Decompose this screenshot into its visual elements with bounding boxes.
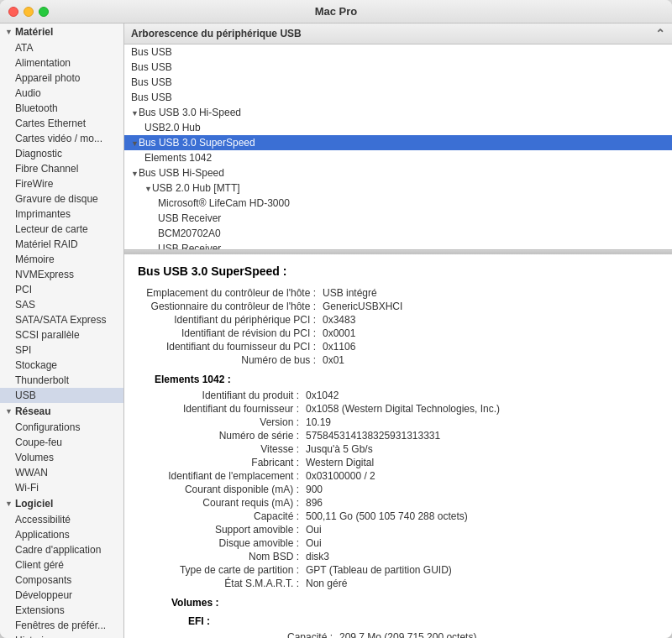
sidebar-item-audio[interactable]: Audio — [0, 86, 123, 101]
detail-row: État S.M.A.R.T. :Non géré — [138, 577, 659, 590]
minimize-button[interactable] — [24, 7, 34, 17]
sidebar-item-cadre-dapplication[interactable]: Cadre d'application — [0, 542, 123, 557]
tree-item[interactable]: Bus USB — [124, 90, 672, 105]
sidebar-section-réseau[interactable]: ▼Réseau — [0, 403, 123, 420]
sidebar-item-wwan[interactable]: WWAN — [0, 465, 123, 480]
detail-field-value: 0x1106 — [323, 341, 355, 353]
detail-field-label: Disque amovible : — [138, 537, 306, 549]
tree-item-label: Bus USB 3.0 Hi-Speed — [139, 107, 241, 118]
detail-field-label: Capacité : — [138, 510, 306, 522]
tree-header-label: Arborescence du périphérique USB — [131, 28, 302, 39]
detail-field-label: Courant disponible (mA) : — [138, 484, 306, 495]
tree-item-arrow-icon: ▼ — [131, 109, 139, 118]
sidebar-item-matriel-raid[interactable]: Matériel RAID — [0, 237, 123, 252]
window-title: Mac Pro — [315, 5, 358, 18]
sidebar-item-sas[interactable]: SAS — [0, 297, 123, 312]
detail-field-value: 0x3483 — [323, 314, 355, 326]
close-button[interactable] — [8, 7, 18, 17]
tree-item[interactable]: USB2.0 Hub — [124, 120, 672, 135]
detail-field-value: Non géré — [306, 578, 347, 589]
sidebar-item-fentres-de-prfr---[interactable]: Fenêtres de préfér... — [0, 618, 123, 633]
sidebar-item-scsi-parallle[interactable]: SCSI parallèle — [0, 327, 123, 343]
sidebar-item-accessibilit[interactable]: Accessibilité — [0, 512, 123, 527]
sidebar-item-stockage[interactable]: Stockage — [0, 358, 123, 373]
tree-item[interactable]: USB Receiver — [124, 241, 672, 250]
tree-item-label: Bus USB Hi-Speed — [139, 167, 224, 179]
sidebar-item-ata[interactable]: ATA — [0, 40, 123, 55]
tree-item-label: USB2.0 Hub — [144, 122, 201, 133]
sidebar-item-client-gr[interactable]: Client géré — [0, 557, 123, 573]
sidebar-item-dveloppeur[interactable]: Développeur — [0, 588, 123, 603]
section-arrow-icon: ▼ — [5, 28, 13, 36]
detail-subsection-title: EFI : — [138, 615, 659, 627]
sidebar-item-cartes-vido---mo---[interactable]: Cartes vidéo / mo... — [0, 131, 123, 146]
detail-field-label: Identifiant du périphérique PCI : — [138, 314, 323, 326]
tree-item-arrow-icon: ▼ — [144, 185, 152, 193]
detail-field-value: Western Digital — [306, 457, 374, 468]
sidebar-section-matériel[interactable]: ▼Matériel — [0, 24, 123, 40]
sidebar: ▼MatérielATAAlimentationAppareil photoAu… — [0, 24, 124, 638]
sidebar-item-alimentation[interactable]: Alimentation — [0, 55, 123, 71]
detail-field-value: 0x0001 — [323, 327, 355, 339]
sidebar-item-firewire[interactable]: FireWire — [0, 176, 123, 191]
sidebar-item-pci[interactable]: PCI — [0, 282, 123, 297]
tree-item-label: Bus USB — [131, 46, 172, 58]
tree-item[interactable]: ▼ Bus USB 3.0 Hi-Speed — [124, 105, 672, 120]
tree-item[interactable]: USB Receiver — [124, 211, 672, 226]
detail-row: Numéro de bus :0x01 — [138, 353, 659, 367]
sidebar-item-coupe-feu[interactable]: Coupe-feu — [0, 435, 123, 450]
sidebar-item-diagnostic[interactable]: Diagnostic — [0, 146, 123, 161]
main-panel: Arborescence du périphérique USB ⌃ Bus U… — [124, 24, 672, 638]
detail-field-label: État S.M.A.R.T. : — [138, 578, 306, 589]
tree-item[interactable]: Microsoft® LifeCam HD-3000 — [124, 196, 672, 211]
tree-item[interactable]: ▼ USB 2.0 Hub [MTT] — [124, 180, 672, 196]
sidebar-item-volumes[interactable]: Volumes — [0, 450, 123, 465]
detail-field-value: GenericUSBXHCI — [323, 301, 402, 312]
detail-row: Disque amovible :Oui — [138, 536, 659, 550]
maximize-button[interactable] — [39, 7, 49, 17]
tree-item[interactable]: BCM20702A0 — [124, 226, 672, 241]
detail-field-value: 575845314138325931313331 — [306, 430, 440, 442]
detail-row: Gestionnaire du contrôleur de l'hôte :Ge… — [138, 300, 659, 313]
detail-field-label: Type de carte de partition : — [138, 564, 306, 576]
sidebar-item-nvmexpress[interactable]: NVMExpress — [0, 267, 123, 282]
tree-item[interactable]: Bus USB — [124, 44, 672, 60]
sidebar-item-gravure-de-disque[interactable]: Gravure de disque — [0, 191, 123, 207]
tree-item[interactable]: ▼ Bus USB 3.0 SuperSpeed — [124, 135, 672, 150]
section-label: Réseau — [15, 405, 51, 417]
sidebar-item-appareil-photo[interactable]: Appareil photo — [0, 71, 123, 86]
sidebar-item-applications[interactable]: Applications — [0, 527, 123, 542]
sidebar-item-imprimantes[interactable]: Imprimantes — [0, 207, 123, 222]
sidebar-section-logiciel[interactable]: ▼Logiciel — [0, 495, 123, 512]
tree-pane: Arborescence du périphérique USB ⌃ Bus U… — [124, 24, 672, 250]
traffic-lights — [8, 7, 49, 17]
sidebar-item-configurations[interactable]: Configurations — [0, 420, 123, 435]
sidebar-item-mmoire[interactable]: Mémoire — [0, 252, 123, 267]
tree-item[interactable]: Bus USB — [124, 60, 672, 75]
sidebar-item-wi-fi[interactable]: Wi-Fi — [0, 480, 123, 495]
detail-row: Capacité :500,11 Go (500 105 740 288 oct… — [138, 510, 659, 523]
tree-expand-icon[interactable]: ⌃ — [655, 27, 665, 40]
sidebar-item-fibre-channel[interactable]: Fibre Channel — [0, 161, 123, 176]
detail-field-label: Vitesse : — [138, 443, 306, 455]
tree-item[interactable]: ▼ Bus USB Hi-Speed — [124, 165, 672, 180]
detail-field-value: disk3 — [306, 551, 329, 562]
sidebar-item-sata-sata-express[interactable]: SATA/SATA Express — [0, 312, 123, 327]
detail-field-label: Courant requis (mA) : — [138, 497, 306, 509]
sidebar-item-bluetooth[interactable]: Bluetooth — [0, 101, 123, 116]
sidebar-item-historiques[interactable]: Historiques — [0, 633, 123, 638]
detail-field-label: Gestionnaire du contrôleur de l'hôte : — [138, 301, 323, 312]
detail-field-value: 0x1058 (Western Digital Technologies, In… — [306, 403, 500, 415]
tree-item[interactable]: Bus USB — [124, 75, 672, 90]
detail-field-value: 0x03100000 / 2 — [306, 470, 375, 482]
sidebar-item-extensions[interactable]: Extensions — [0, 603, 123, 618]
sidebar-item-usb[interactable]: USB — [0, 388, 123, 403]
sidebar-item-thunderbolt[interactable]: Thunderbolt — [0, 373, 123, 388]
detail-field-label: Identifiant du fournisseur du PCI : — [138, 341, 323, 353]
sidebar-item-cartes-ethernet[interactable]: Cartes Ethernet — [0, 116, 123, 131]
sidebar-item-spi[interactable]: SPI — [0, 343, 123, 358]
sidebar-item-lecteur-de-carte[interactable]: Lecteur de carte — [0, 222, 123, 237]
detail-subsection-title: Volumes : — [138, 597, 659, 609]
tree-item[interactable]: Elements 1042 — [124, 150, 672, 165]
sidebar-item-composants[interactable]: Composants — [0, 573, 123, 588]
